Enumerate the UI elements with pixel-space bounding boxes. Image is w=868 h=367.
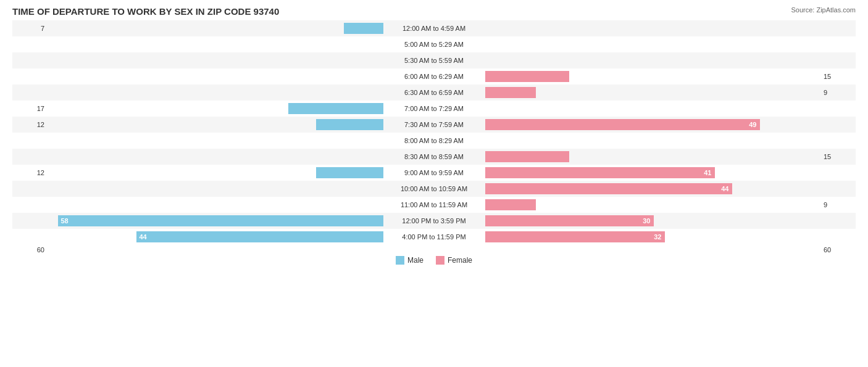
female-bar-section <box>485 20 822 36</box>
time-label: 12:00 PM to 3:59 PM <box>383 217 485 225</box>
time-label: 6:00 AM to 6:29 AM <box>383 73 485 80</box>
male-value: 17 <box>12 105 46 112</box>
female-bar: 30 <box>485 215 654 226</box>
male-value: 12 <box>12 169 46 176</box>
table-row: 5:30 AM to 5:59 AM <box>12 52 856 68</box>
table-row: 5:00 AM to 5:29 AM <box>12 36 856 52</box>
time-label: 11:00 AM to 11:59 AM <box>383 201 485 208</box>
female-legend-box <box>436 256 444 265</box>
female-bar-section <box>485 101 822 117</box>
female-value: 15 <box>822 73 856 80</box>
female-bar-section <box>485 149 822 165</box>
source-label: Source: ZipAtlas.com <box>791 6 856 14</box>
table-row: 8:00 AM to 8:29 AM <box>12 133 856 149</box>
male-bar <box>288 103 383 114</box>
male-bar <box>316 119 383 130</box>
table-row: 10:00 AM to 10:59 AM44 <box>12 181 856 197</box>
female-bar <box>485 71 569 82</box>
male-bar-section <box>46 165 383 181</box>
axis-right-label: 60 <box>822 246 856 254</box>
female-bar-section: 49 <box>485 117 822 133</box>
male-bar: 58 <box>58 215 383 226</box>
time-label: 9:00 AM to 9:59 AM <box>383 169 485 176</box>
female-value: 9 <box>822 201 856 208</box>
table-row: 6:00 AM to 6:29 AM15 <box>12 68 856 85</box>
time-label: 7:30 AM to 7:59 AM <box>383 121 485 128</box>
male-bar-section <box>46 117 383 133</box>
female-bar-section <box>485 197 822 213</box>
male-bar-section <box>46 133 383 149</box>
axis-left-label: 60 <box>12 246 46 254</box>
female-bar-section <box>485 68 822 85</box>
legend-female: Female <box>436 256 472 265</box>
female-bar-section <box>485 133 822 149</box>
female-bar <box>485 199 536 210</box>
female-bar: 49 <box>485 119 760 130</box>
female-bar-section <box>485 85 822 101</box>
female-bar-section: 30 <box>485 213 822 229</box>
time-label: 5:00 AM to 5:29 AM <box>383 41 485 48</box>
female-bar: 41 <box>485 167 715 178</box>
male-bar <box>316 167 383 178</box>
time-label: 5:30 AM to 5:59 AM <box>383 57 485 64</box>
table-row: 444:00 PM to 11:59 PM32 <box>12 229 856 245</box>
table-row: 8:30 AM to 8:59 AM15 <box>12 149 856 165</box>
table-row: 127:30 AM to 7:59 AM49 <box>12 117 856 133</box>
female-value: 15 <box>822 153 856 160</box>
time-label: 7:00 AM to 7:29 AM <box>383 105 485 112</box>
male-bar-section <box>46 197 383 213</box>
male-bar-section <box>46 181 383 197</box>
male-bar <box>344 23 383 34</box>
time-label: 8:00 AM to 8:29 AM <box>383 137 485 144</box>
female-bar-section: 44 <box>485 181 822 197</box>
female-legend-label: Female <box>448 256 472 265</box>
female-bar-section: 41 <box>485 165 822 181</box>
male-bar-section: 58 <box>46 213 383 229</box>
male-bar-section <box>46 68 383 85</box>
tornado-chart: 712:00 AM to 4:59 AM5:00 AM to 5:29 AM5:… <box>12 20 856 245</box>
male-bar: 44 <box>136 231 383 242</box>
time-label: 12:00 AM to 4:59 AM <box>383 25 485 32</box>
male-bar-section <box>46 149 383 165</box>
female-bar <box>485 151 569 162</box>
male-value: 12 <box>12 121 46 128</box>
table-row: 129:00 AM to 9:59 AM41 <box>12 165 856 181</box>
female-bar-section: 32 <box>485 229 822 245</box>
table-row: 6:30 AM to 6:59 AM9 <box>12 85 856 101</box>
time-label: 10:00 AM to 10:59 AM <box>383 185 485 192</box>
female-bar <box>485 87 536 98</box>
male-bar-section: 44 <box>46 229 383 245</box>
axis-row: 60 60 <box>12 246 856 254</box>
female-bar-section <box>485 52 822 68</box>
chart-container: TIME OF DEPARTURE TO WORK BY SEX IN ZIP … <box>0 0 868 367</box>
female-bar: 44 <box>485 183 732 194</box>
chart-title: TIME OF DEPARTURE TO WORK BY SEX IN ZIP … <box>12 6 856 17</box>
male-legend-label: Male <box>407 256 424 265</box>
female-bar: 32 <box>485 231 665 242</box>
male-bar-section <box>46 20 383 36</box>
male-value: 7 <box>12 25 46 32</box>
male-bar-section <box>46 36 383 52</box>
time-label: 8:30 AM to 8:59 AM <box>383 153 485 160</box>
male-legend-box <box>396 256 404 265</box>
table-row: 177:00 AM to 7:29 AM <box>12 101 856 117</box>
table-row: 11:00 AM to 11:59 AM9 <box>12 197 856 213</box>
male-bar-section <box>46 85 383 101</box>
legend-male: Male <box>396 256 424 265</box>
female-value: 9 <box>822 89 856 96</box>
time-label: 4:00 PM to 11:59 PM <box>383 233 485 241</box>
male-bar-section <box>46 101 383 117</box>
legend: Male Female <box>12 256 856 265</box>
time-label: 6:30 AM to 6:59 AM <box>383 89 485 96</box>
table-row: 5812:00 PM to 3:59 PM30 <box>12 213 856 229</box>
table-row: 712:00 AM to 4:59 AM <box>12 20 856 36</box>
male-bar-section <box>46 52 383 68</box>
female-bar-section <box>485 36 822 52</box>
